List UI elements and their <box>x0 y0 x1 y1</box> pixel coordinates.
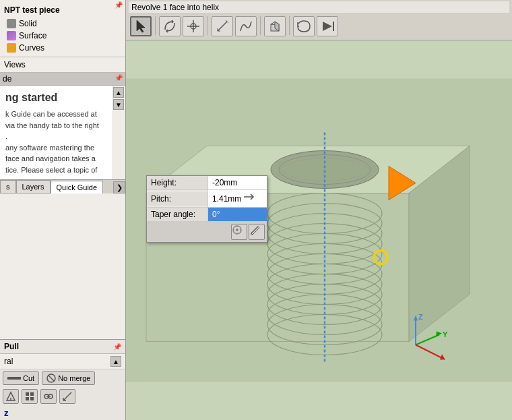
surface-label: Surface <box>19 31 46 40</box>
guide-title-bar: de 📌 <box>0 73 125 86</box>
svg-rect-6 <box>30 392 34 396</box>
curves-icon <box>7 43 16 53</box>
svg-rect-5 <box>26 392 29 396</box>
tool-buttons-row <box>129 14 509 38</box>
arrow-right-icon <box>244 192 263 205</box>
pitch-row: Pitch: 1.41mm <box>147 190 267 208</box>
icon-btn-4[interactable] <box>59 389 75 404</box>
cut-icon <box>7 373 21 383</box>
svg-rect-8 <box>30 397 34 400</box>
scroll-down-btn[interactable]: ▼ <box>113 99 124 110</box>
guide-text-4: any software mastering the <box>5 142 106 154</box>
pitch-label: Pitch: <box>147 192 207 206</box>
rotate-tool-btn[interactable] <box>159 16 181 36</box>
general-scroll-up[interactable]: ▲ <box>110 356 121 367</box>
rotate-icon <box>162 19 177 34</box>
svg-line-12 <box>63 392 71 400</box>
wheel-icon <box>232 224 247 239</box>
tabs-row: s Layers Quick Guide ❯ <box>0 179 125 193</box>
taper-value[interactable]: 0° <box>207 208 267 221</box>
icon-btn-1[interactable] <box>3 389 19 404</box>
guide-heading: ng started <box>5 90 106 106</box>
general-label: ral <box>4 357 13 366</box>
icon-btn-2[interactable] <box>22 389 38 404</box>
guide-panel: de 📌 ng started k Guide can be accessed … <box>0 73 125 339</box>
sketch-icon <box>215 19 230 34</box>
measure-icon <box>62 391 73 402</box>
svg-point-62 <box>236 229 238 231</box>
solid-icon <box>7 19 16 28</box>
taper-label: Taper angle: <box>147 208 207 221</box>
scroll-up-btn[interactable]: ▲ <box>113 87 124 98</box>
taper-row: Taper angle: 0° <box>147 208 267 222</box>
orient-tool-btn[interactable] <box>264 16 286 36</box>
svg-marker-68 <box>251 227 259 235</box>
tab-quick-guide[interactable]: Quick Guide <box>51 181 104 193</box>
svg-text:Z: Z <box>418 313 423 321</box>
separator-2 <box>207 16 208 35</box>
props-actions <box>147 222 267 242</box>
properties-panel: Height: -20mm Pitch: 1.41mm Taper angle:… <box>146 175 267 243</box>
curve-tool-btn[interactable] <box>235 16 257 36</box>
tree-item-solid[interactable]: Solid <box>4 18 121 30</box>
history-icon <box>296 19 311 34</box>
tree-section: NPT test piece 📌 Solid Surface Curves <box>0 0 125 57</box>
select-tool-btn[interactable] <box>130 16 152 36</box>
no-merge-button[interactable]: No merge <box>42 371 95 385</box>
height-label: Height: <box>147 176 207 189</box>
toolbar-row: Cut No merge <box>0 369 125 387</box>
svg-rect-7 <box>26 397 29 400</box>
solid-label: Solid <box>19 19 37 28</box>
tree-item-curves[interactable]: Curves <box>4 42 121 54</box>
svg-marker-26 <box>323 22 332 31</box>
arrow-icon <box>5 391 16 402</box>
pull-label: Pull <box>4 342 19 351</box>
cut-button[interactable]: Cut <box>3 371 39 385</box>
no-merge-label: No merge <box>58 374 90 382</box>
z-label: z <box>4 408 9 418</box>
cross-tool-btn[interactable] <box>183 16 204 36</box>
height-row: Height: -20mm <box>147 176 267 190</box>
guide-panel-title: de <box>3 74 11 84</box>
pin-icon-pull: 📌 <box>113 343 121 351</box>
guide-text-2: via the handy tab to the right <box>5 120 106 131</box>
play-icon <box>320 19 335 34</box>
tab-s[interactable]: s <box>0 180 16 193</box>
svg-rect-0 <box>7 377 21 380</box>
pitch-value: 1.41mm <box>207 190 267 207</box>
play-tool-btn[interactable] <box>317 16 338 36</box>
cross-hair-icon <box>186 19 201 34</box>
icon-btn-3[interactable] <box>40 389 57 404</box>
bottom-panel: Pull 📌 ral ▲ Cut No merge <box>0 339 125 420</box>
confirm-btn[interactable] <box>231 224 247 240</box>
views-section: Views <box>0 57 125 73</box>
cut-label: Cut <box>23 374 34 382</box>
cursor-icon <box>134 19 148 34</box>
guide-text-5: face and navigation takes a <box>5 153 106 164</box>
sketch-tool-btn[interactable] <box>212 16 233 36</box>
pull-panel: Pull 📌 <box>0 340 125 354</box>
pin-icon-guide: 📌 <box>115 74 123 82</box>
general-section: ral ▲ <box>0 354 125 369</box>
views-label: Views <box>4 60 26 69</box>
tab-layers[interactable]: Layers <box>16 180 51 193</box>
z-indicator: z <box>0 406 125 420</box>
tree-item-surface[interactable]: Surface <box>4 30 121 42</box>
left-panel: NPT test piece 📌 Solid Surface Curves Vi… <box>0 0 126 420</box>
top-toolbar: Revolve 1 face into helix <box>126 0 512 40</box>
svg-line-19 <box>218 22 227 31</box>
chain-icon <box>43 391 54 402</box>
chevron-right-icon[interactable]: ❯ <box>113 181 125 193</box>
toolbar-hint: Revolve 1 face into helix <box>129 1 509 14</box>
history-tool-btn[interactable] <box>293 16 315 36</box>
cube-icon <box>267 19 282 34</box>
separator-3 <box>260 16 261 35</box>
svg-line-2 <box>49 376 54 381</box>
viewport[interactable]: Z Y Height: -20mm Pitch: 1.41mm <box>126 40 512 420</box>
separator-1 <box>155 16 156 35</box>
guide-text-6: tice. Please select a topic of <box>5 164 106 176</box>
guide-text-3: . <box>5 131 106 142</box>
edit-btn[interactable] <box>249 224 265 240</box>
height-value: -20mm <box>207 176 267 189</box>
pin-icon: 📌 <box>115 1 123 9</box>
